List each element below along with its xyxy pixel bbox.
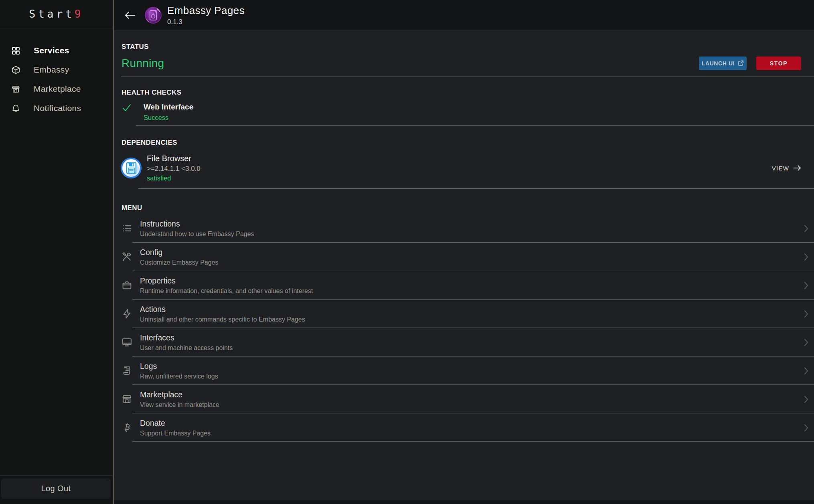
- app-meta: Embassy Pages 0.1.3: [167, 4, 245, 26]
- status-actions: LAUNCH UI STOP: [699, 57, 801, 70]
- menu-item-title: Donate: [140, 419, 211, 428]
- menu-item-actions[interactable]: Actions Uninstall and other commands spe…: [114, 300, 814, 328]
- menu-item-title: Marketplace: [140, 390, 219, 399]
- dependency-name: File Browser: [147, 154, 200, 163]
- health-check-name: Web Interface: [144, 103, 193, 111]
- chevron-right-icon: [804, 338, 808, 346]
- storefront-icon: [121, 394, 132, 405]
- flash-icon: [121, 308, 132, 319]
- back-arrow-icon: [124, 11, 136, 19]
- chevron-right-icon: [804, 310, 808, 318]
- health-check-row: Web Interface Success: [114, 103, 814, 121]
- briefcase-icon: [121, 280, 132, 291]
- sidebar-item-label: Embassy: [34, 65, 69, 75]
- stop-button[interactable]: STOP: [756, 57, 801, 70]
- sidebar: Start9 Services Emba: [0, 0, 113, 504]
- view-dependency-link[interactable]: VIEW: [772, 165, 801, 172]
- view-label: VIEW: [772, 165, 789, 172]
- health-section-label: HEALTH CHECKS: [114, 89, 814, 97]
- menu-item-title: Config: [140, 248, 219, 257]
- arrow-right-icon: [793, 165, 801, 171]
- external-link-icon: [738, 60, 744, 66]
- bitcoin-icon: [121, 422, 132, 433]
- back-button[interactable]: [121, 6, 139, 24]
- status-divider: [121, 77, 814, 77]
- status-section-label: STATUS: [114, 43, 814, 51]
- chevron-right-icon: [804, 253, 808, 261]
- logo-text: Start: [29, 8, 75, 20]
- launch-ui-label: LAUNCH UI: [702, 60, 735, 67]
- menu-item-subtitle: User and machine access points: [140, 344, 233, 352]
- menu-item-logs[interactable]: Logs Raw, unfiltered service logs: [114, 356, 814, 385]
- app-icon: [145, 7, 162, 24]
- tools-icon: [121, 251, 132, 262]
- menu-item-interfaces[interactable]: Interfaces User and machine access point…: [114, 328, 814, 356]
- status-value: Running: [121, 57, 164, 70]
- menu-item-title: Logs: [140, 362, 218, 371]
- sidebar-item-marketplace[interactable]: Marketplace: [0, 79, 113, 99]
- menu-item-properties[interactable]: Properties Runtime information, credenti…: [114, 271, 814, 300]
- chevron-right-icon: [804, 424, 808, 432]
- menu-item-donate[interactable]: Donate Support Embassy Pages: [114, 413, 814, 442]
- receipt-icon: [121, 365, 132, 376]
- dependency-version-range: >=2.14.1.1 <3.0.0: [147, 165, 200, 173]
- sidebar-item-services[interactable]: Services: [0, 41, 113, 60]
- menu-item-title: Actions: [140, 305, 305, 314]
- storefront-icon: [11, 85, 20, 94]
- sidebar-item-label: Marketplace: [34, 84, 81, 94]
- status-row: Running LAUNCH UI STOP: [114, 56, 814, 71]
- health-check-result: Success: [144, 114, 193, 121]
- start9-logo: Start9: [0, 0, 113, 28]
- chevron-right-icon: [804, 225, 808, 233]
- app-version: 0.1.3: [167, 18, 245, 26]
- menu-item-subtitle: Support Embassy Pages: [140, 430, 211, 437]
- dependency-row: File Browser >=2.14.1.1 <3.0.0 satisfied…: [114, 154, 814, 182]
- menu-item-instructions[interactable]: Instructions Understand how to use Embas…: [114, 214, 814, 243]
- chevron-right-icon: [804, 281, 808, 289]
- logout-label: Log Out: [41, 484, 71, 493]
- file-browser-icon: [120, 157, 142, 179]
- sidebar-item-notifications[interactable]: Notifications: [0, 99, 113, 118]
- stop-label: STOP: [770, 60, 788, 67]
- service-menu: Instructions Understand how to use Embas…: [114, 214, 814, 442]
- service-content: STATUS Running LAUNCH UI STOP: [114, 31, 814, 442]
- sidebar-item-label: Notifications: [34, 103, 81, 113]
- check-success-icon: [122, 103, 132, 121]
- menu-item-subtitle: Runtime information, credentials, and ot…: [140, 287, 313, 295]
- menu-item-subtitle: Raw, unfiltered service logs: [140, 373, 218, 380]
- bell-icon: [11, 104, 20, 113]
- menu-item-subtitle: View service in marketplace: [140, 401, 219, 409]
- menu-item-subtitle: Uninstall and other commands specific to…: [140, 316, 305, 323]
- health-divider: [136, 125, 814, 125]
- menu-item-subtitle: Customize Embassy Pages: [140, 259, 219, 266]
- menu-item-title: Properties: [140, 276, 313, 285]
- menu-item-config[interactable]: Config Customize Embassy Pages: [114, 243, 814, 271]
- page-title: Embassy Pages: [167, 4, 245, 17]
- menu-item-subtitle: Understand how to use Embassy Pages: [140, 231, 254, 238]
- chevron-right-icon: [804, 367, 808, 375]
- logout-divider: [0, 475, 113, 476]
- sidebar-item-embassy[interactable]: Embassy: [0, 60, 113, 79]
- sidebar-item-label: Services: [34, 46, 69, 55]
- menu-item-marketplace[interactable]: Marketplace View service in marketplace: [114, 385, 814, 413]
- chevron-right-icon: [804, 395, 808, 403]
- menu-item-title: Instructions: [140, 219, 254, 229]
- desktop-icon: [121, 337, 132, 348]
- menu-item-title: Interfaces: [140, 333, 233, 342]
- logout-button[interactable]: Log Out: [1, 478, 111, 499]
- embassy-service-page: Start9 Services Emba: [0, 0, 814, 504]
- dependencies-section-label: DEPENDENCIES: [114, 139, 814, 147]
- main-panel: Embassy Pages 0.1.3 STATUS Running LAUNC…: [114, 0, 814, 504]
- launch-ui-button[interactable]: LAUNCH UI: [699, 57, 747, 70]
- dependency-status: satisfied: [147, 174, 200, 182]
- grid-icon: [11, 46, 20, 55]
- bottom-edge: [114, 500, 814, 504]
- list-icon: [121, 223, 132, 234]
- service-header: Embassy Pages 0.1.3: [114, 0, 814, 31]
- sidebar-nav: Services Embassy: [0, 41, 113, 118]
- menu-section-label: MENU: [114, 204, 814, 212]
- cube-icon: [11, 65, 20, 75]
- logo-accent: 9: [75, 8, 84, 20]
- dependencies-divider: [138, 188, 814, 189]
